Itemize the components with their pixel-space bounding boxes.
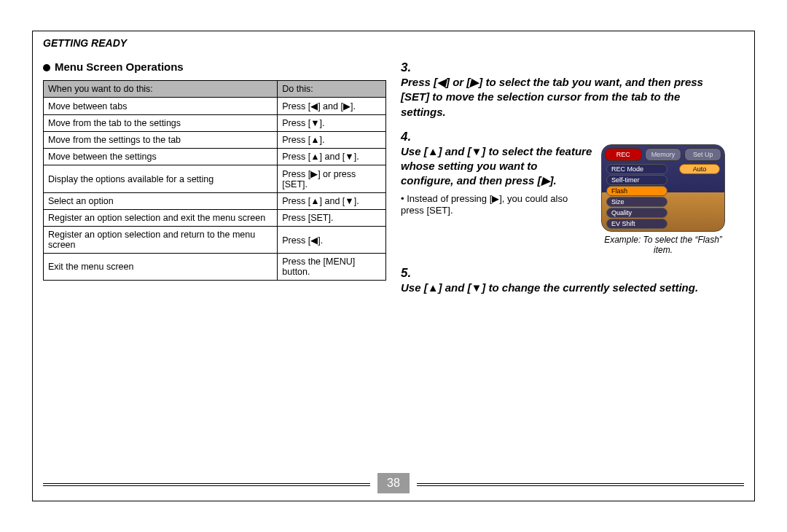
table-cell: Register an option selection and exit th… — [44, 210, 278, 227]
menu-operations-heading: Menu Screen Operations — [43, 60, 386, 73]
operations-table: When you want to do this: Do this: Move … — [43, 80, 386, 281]
footer-rule-right — [417, 483, 744, 484]
camera-menu-item: Quality — [606, 208, 667, 218]
step-5: 5. Use [▲] and [▼] to change the current… — [401, 266, 744, 295]
table-row: Select an optionPress [▲] and [▼]. — [44, 193, 386, 210]
camera-tab: Set Up — [684, 148, 721, 161]
table-cell: Move between the settings — [44, 149, 278, 165]
step-4: 4. Use [▲] and [▼] to select the feature… — [401, 130, 744, 256]
camera-tab: Memory — [645, 148, 682, 161]
table-cell: Move between tabs — [44, 98, 278, 115]
menu-operations-heading-text: Menu Screen Operations — [55, 60, 184, 73]
step-4-sub: Instead of pressing [▶], you could also … — [401, 193, 592, 218]
step-number: 5. — [401, 266, 417, 281]
step-number: 4. — [401, 130, 417, 144]
right-column: 3. Press [◀] or [▶] to select the tab yo… — [401, 60, 744, 466]
table-cell: Move from the tab to the settings — [44, 115, 278, 132]
table-cell: Select an option — [44, 193, 278, 210]
table-cell: Register an option selection and return … — [44, 227, 278, 254]
camera-menu-item: Size — [606, 197, 667, 207]
page-number: 38 — [377, 473, 410, 493]
section-title: GETTING READY — [43, 37, 127, 49]
table-cell: Press [◀] and [▶]. — [278, 98, 386, 115]
table-cell: Press [SET]. — [278, 210, 386, 227]
bullet-icon — [43, 64, 50, 71]
camera-menu-item: Flash — [606, 186, 667, 196]
step-4-text: Use [▲] and [▼] to select the feature wh… — [401, 145, 592, 187]
page-frame: GETTING READY Menu Screen Operations Whe… — [32, 31, 755, 501]
page-footer: 38 — [43, 473, 744, 493]
camera-screen-illustration: RECMemorySet Up REC ModeSelf-timerFlashS… — [601, 144, 725, 232]
table-cell: Press [▼]. — [278, 115, 386, 132]
table-cell: Press [◀]. — [278, 227, 386, 254]
table-row: Register an option selection and return … — [44, 227, 386, 254]
camera-menu-item: EV Shift — [606, 219, 667, 229]
steps-list: 3. Press [◀] or [▶] to select the tab yo… — [401, 60, 744, 295]
table-row: Register an option selection and exit th… — [44, 210, 386, 227]
table-cell: Display the options available for a sett… — [44, 165, 278, 193]
camera-tab: REC — [605, 148, 642, 161]
table-cell: Press [▲] and [▼]. — [278, 193, 386, 210]
footer-rule-left — [43, 483, 370, 484]
table-row: Display the options available for a sett… — [44, 165, 386, 193]
step-3: 3. Press [◀] or [▶] to select the tab yo… — [401, 60, 744, 120]
table-header-method: Do this: — [278, 81, 386, 98]
step-3-text: Press [◀] or [▶] to select the tab you w… — [401, 76, 703, 118]
table-cell: Press [▲]. — [278, 132, 386, 149]
step-number: 3. — [401, 60, 417, 75]
table-row: Move between the settingsPress [▲] and [… — [44, 149, 386, 165]
step-4-sub-item: Instead of pressing [▶], you could also … — [401, 193, 592, 218]
table-header-action: When you want to do this: — [44, 81, 278, 98]
two-column-layout: Menu Screen Operations When you want to … — [43, 60, 744, 466]
table-cell: Move from the settings to the tab — [44, 132, 278, 149]
camera-menu-item: REC Mode — [606, 164, 667, 174]
table-cell: Press the [MENU] button. — [278, 254, 386, 281]
table-row: Exit the menu screenPress the [MENU] but… — [44, 254, 386, 281]
step-5-text: Use [▲] and [▼] to change the currently … — [401, 281, 698, 294]
table-cell: Exit the menu screen — [44, 254, 278, 281]
table-cell: Press [▶] or press [SET]. — [278, 165, 386, 193]
left-column: Menu Screen Operations When you want to … — [43, 60, 386, 466]
table-row: Move between tabsPress [◀] and [▶]. — [44, 98, 386, 115]
table-row: Move from the tab to the settingsPress [… — [44, 115, 386, 132]
table-cell: Press [▲] and [▼]. — [278, 149, 386, 165]
table-row: Move from the settings to the tabPress [… — [44, 132, 386, 149]
camera-option-auto: Auto — [679, 164, 720, 174]
camera-caption: Example: To select the “Flash” item. — [601, 235, 725, 256]
camera-menu-item: Self-timer — [606, 175, 667, 185]
